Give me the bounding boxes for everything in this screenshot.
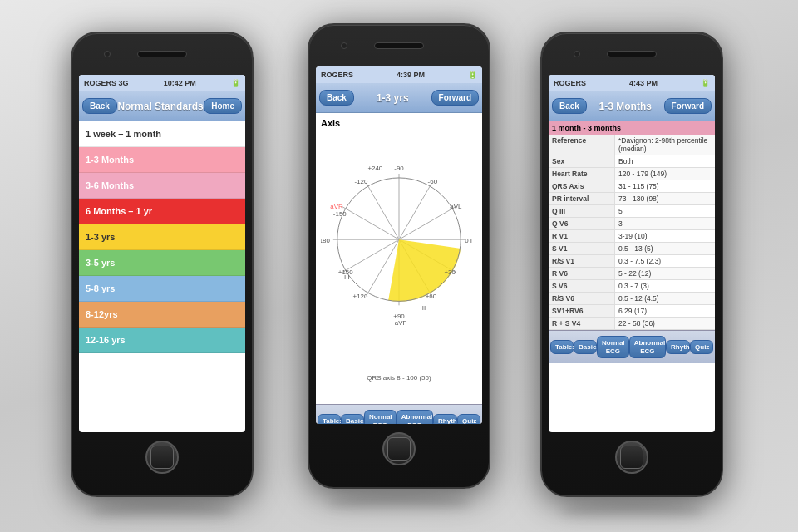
col2-6: 3 <box>615 218 715 229</box>
home-btn-left[interactable]: Home <box>204 98 242 114</box>
col2-11: 0.3 - 7 (3) <box>615 280 715 292</box>
table-row-1: Sex Both <box>549 155 715 168</box>
tab-basics-right[interactable]: Basics <box>574 340 597 355</box>
icons-left: 🔋 <box>231 79 240 87</box>
col1-7: R V1 <box>549 230 615 242</box>
svg-text:-120: -120 <box>355 178 368 185</box>
list-item-4[interactable]: 1-3 yrs <box>79 224 245 250</box>
table-row-2: Heart Rate 120 - 179 (149) <box>549 168 715 180</box>
screen-right: ROGERS 4:43 PM 🔋 Back 1-3 Months Forward… <box>549 75 715 432</box>
home-button-center[interactable] <box>382 432 416 466</box>
tab-normal-ecg-center[interactable]: Normal ECG <box>364 410 397 424</box>
carrier-center: ROGERS <box>321 71 353 79</box>
list-item-3[interactable]: 6 Months – 1 yr <box>79 199 245 224</box>
tab-tables-center[interactable]: Tables <box>318 414 341 424</box>
table-screen-right: 1 month - 3 months Reference *Davignon: … <box>549 121 715 330</box>
carrier-right: ROGERS <box>554 79 586 87</box>
back-btn-right[interactable]: Back <box>552 98 587 114</box>
phone-center: ROGERS 4:39 PM 🔋 Back 1-3 yrs Forward Ax… <box>308 23 490 489</box>
col2-8: 0.5 - 13 (5) <box>615 243 715 254</box>
svg-text:aVR: aVR <box>330 203 343 210</box>
home-button-inner-center <box>387 437 411 461</box>
home-button-right[interactable] <box>615 441 648 474</box>
col2-5: 5 <box>615 205 715 217</box>
col1-11: S V6 <box>549 280 615 292</box>
icons-center: 🔋 <box>468 71 477 79</box>
carrier-left: ROGERS 3G <box>84 79 129 87</box>
col1-2: Heart Rate <box>549 168 615 180</box>
col1-4: PR interval <box>549 193 615 204</box>
nav-center: Back 1-3 yrs Forward <box>316 83 482 113</box>
speaker-left <box>137 51 187 57</box>
col1-6: Q V6 <box>549 218 615 229</box>
axis-svg: -90 -60 aVL 0 I +30 +60 II +90 aVF +120 … <box>321 131 477 372</box>
table-row-5: Q III 5 <box>549 205 715 218</box>
axis-caption: QRS axis 8 - 100 (55) <box>321 374 477 382</box>
list-item-6[interactable]: 5-8 yrs <box>79 276 245 302</box>
col1-0: Reference <box>549 135 615 155</box>
nav-right: Back 1-3 Months Forward <box>549 91 715 121</box>
svg-text:aVL: aVL <box>450 203 462 210</box>
tab-tables-right[interactable]: Tables <box>550 340 574 355</box>
table-row-13: SV1+RV6 6 29 (17) <box>549 305 715 318</box>
axis-title: Axis <box>321 118 477 128</box>
svg-text:III: III <box>344 273 350 281</box>
col1-12: R/S V6 <box>549 293 615 304</box>
speaker-right <box>607 51 657 57</box>
table-row-11: S V6 0.3 - 7 (3) <box>549 280 715 293</box>
back-btn-center[interactable]: Back <box>319 90 354 106</box>
list-item-5[interactable]: 3-5 yrs <box>79 250 245 276</box>
svg-text:+180: +180 <box>321 237 330 244</box>
tab-normal-ecg-right[interactable]: Normal ECG <box>597 336 629 358</box>
col1-9: R/S V1 <box>549 255 615 267</box>
tab-rhythm-right[interactable]: Rhythm <box>666 340 690 355</box>
camera-right <box>574 51 580 57</box>
col2-3: 31 - 115 (75) <box>615 180 715 192</box>
table-row-12: R/S V6 0.5 - 12 (4.5) <box>549 293 715 305</box>
forward-btn-center[interactable]: Forward <box>431 90 479 106</box>
svg-text:+120: +120 <box>353 293 368 300</box>
forward-btn-right[interactable]: Forward <box>664 98 712 114</box>
table-row-7: R V1 3-19 (10) <box>549 230 715 243</box>
title-left: Normal Standards <box>117 101 204 112</box>
camera-left <box>104 51 111 57</box>
col2-4: 73 - 130 (98) <box>615 193 715 204</box>
tab-rhythm-center[interactable]: Rhythm <box>433 414 457 424</box>
svg-text:II: II <box>422 304 426 312</box>
icons-right: 🔋 <box>701 79 710 87</box>
status-bar-left: ROGERS 3G 10:42 PM 🔋 <box>79 75 245 91</box>
list-item-0[interactable]: 1 week – 1 month <box>79 121 245 147</box>
col2-0: *Davignon: 2-98th percentile (median) <box>615 135 715 155</box>
list-item-7[interactable]: 8-12yrs <box>79 302 245 328</box>
tab-abnormal-ecg-right[interactable]: Abnormal ECG <box>629 336 666 358</box>
list-item-1[interactable]: 1-3 Months <box>79 147 245 173</box>
col1-3: QRS Axis <box>549 180 615 192</box>
col1-1: Sex <box>549 155 615 167</box>
table-row-6: Q V6 3 <box>549 218 715 230</box>
camera-center <box>341 42 347 49</box>
svg-text:-60: -60 <box>428 178 438 185</box>
tab-quiz-center[interactable]: Quiz <box>457 414 480 424</box>
home-button-left[interactable] <box>145 441 179 474</box>
status-bar-center: ROGERS 4:39 PM 🔋 <box>316 66 482 83</box>
tab-quiz-right[interactable]: Quiz <box>690 340 713 355</box>
speaker-center <box>374 42 424 49</box>
svg-text:-90: -90 <box>394 165 404 172</box>
col2-12: 0.5 - 12 (4.5) <box>615 293 715 304</box>
col1-8: S V1 <box>549 243 615 254</box>
tab-basics-center[interactable]: Basics <box>341 414 364 424</box>
table-row-9: R/S V1 0.3 - 7.5 (2.3) <box>549 255 715 268</box>
col2-14: 22 - 58 (36) <box>615 318 715 329</box>
screen-left: ROGERS 3G 10:42 PM 🔋 Back Normal Standar… <box>79 75 245 432</box>
phone-right: ROGERS 4:43 PM 🔋 Back 1-3 Months Forward… <box>540 32 723 497</box>
screen-center: ROGERS 4:39 PM 🔋 Back 1-3 yrs Forward Ax… <box>316 66 482 424</box>
col2-2: 120 - 179 (149) <box>615 168 715 180</box>
back-btn-left[interactable]: Back <box>82 98 117 114</box>
axis-content: Axis -90 -60 <box>316 113 482 404</box>
list-item-2[interactable]: 3-6 Months <box>79 173 245 199</box>
nav-left: Back Normal Standards Home <box>79 91 245 121</box>
tab-abnormal-ecg-center[interactable]: Abnormal ECG <box>397 410 433 424</box>
list-item-8[interactable]: 12-16 yrs <box>79 328 245 353</box>
col2-10: 5 - 22 (12) <box>615 268 715 279</box>
col2-7: 3-19 (10) <box>615 230 715 242</box>
